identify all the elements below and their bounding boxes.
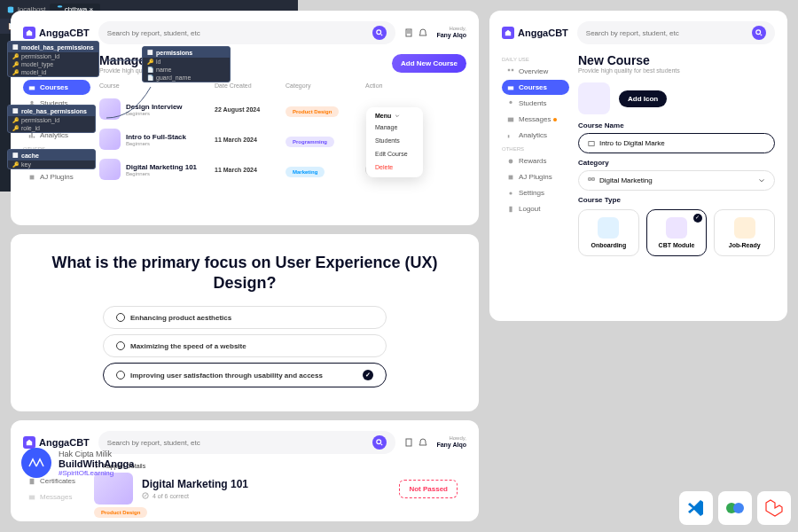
db-table[interactable]: ▦ cache 🔑key <box>7 149 96 169</box>
svg-rect-17 <box>589 141 594 145</box>
icon-preview <box>578 82 610 114</box>
svg-point-9 <box>756 30 761 35</box>
doc-icon[interactable] <box>404 28 413 37</box>
sidebar-item-messages[interactable]: Messages <box>502 112 569 127</box>
dropdown-item[interactable]: Students <box>366 134 423 147</box>
dropdown-item[interactable]: Edit Course <box>366 147 423 160</box>
menu-button[interactable]: Menu <box>366 111 423 121</box>
bell-icon[interactable] <box>419 438 427 447</box>
report-title: Digital Marketing 101 <box>142 478 248 490</box>
watermark: Hak Cipta Milik BuildWithAngga #SpiritOf… <box>21 448 134 478</box>
svg-rect-19 <box>592 177 594 179</box>
svg-rect-24 <box>29 495 35 499</box>
radio-icon <box>116 313 125 322</box>
search-button[interactable] <box>752 26 766 40</box>
user-menu[interactable]: Howdy, Fany Alqo <box>436 26 466 40</box>
svg-rect-18 <box>589 177 591 179</box>
svg-point-14 <box>509 159 513 163</box>
app-icon[interactable] <box>718 491 752 525</box>
sidebar: DAILY USE Overview Courses Students Mess… <box>502 53 569 256</box>
selected-check-icon <box>693 214 702 223</box>
db-table[interactable]: ▦ permissions 🔑id 📄name 📄guard_name <box>142 46 231 82</box>
svg-rect-23 <box>30 478 35 483</box>
doc-icon[interactable] <box>404 438 413 447</box>
bwa-logo-icon <box>21 448 51 478</box>
quiz-question: What is the primary focus on User Experi… <box>39 253 450 294</box>
svg-rect-11 <box>512 68 513 70</box>
sidebar-item-overview[interactable]: Overview <box>502 64 569 79</box>
sidebar-item-settings[interactable]: Settings <box>502 185 569 200</box>
svg-rect-21 <box>406 439 411 446</box>
page-title: New Course <box>578 53 775 67</box>
add-course-button[interactable]: Add New Course <box>392 54 466 73</box>
laravel-icon[interactable] <box>757 491 791 525</box>
svg-point-16 <box>509 192 512 194</box>
header-icons <box>404 28 427 37</box>
quiz-option[interactable]: Maximizing the speed of a website <box>103 334 387 357</box>
quiz-option-selected[interactable]: Improving user satisfaction through usab… <box>103 363 387 387</box>
svg-rect-10 <box>508 68 510 70</box>
field-label: Course Name <box>578 121 775 129</box>
vscode-icon[interactable] <box>679 491 713 525</box>
chevron-down-icon <box>758 177 765 184</box>
brand-logo[interactable]: AnggaCBT <box>23 436 90 449</box>
user-greeting: Howdy, <box>436 26 466 32</box>
svg-point-12 <box>509 100 512 103</box>
radio-icon <box>116 371 125 379</box>
server-icon <box>7 6 14 13</box>
type-cbt-module[interactable]: CBT Module <box>646 209 708 256</box>
dropdown-item[interactable]: Manage <box>366 121 423 134</box>
search-input[interactable] <box>107 439 368 447</box>
field-label: Category <box>578 159 775 167</box>
quiz-option[interactable]: Enhancing product aesthetics <box>103 306 387 329</box>
type-job-ready[interactable]: Job-Ready <box>714 209 775 256</box>
status-badge: Not Passed <box>399 480 458 498</box>
db-table[interactable]: ▦ role_has_permissions 🔑permission_id 🔑r… <box>7 105 96 133</box>
brand-logo[interactable]: AnggaCBT <box>502 27 568 39</box>
svg-point-26 <box>57 5 62 7</box>
new-course-panel: AnggaCBT DAILY USE Overview Courses Stud… <box>489 11 787 321</box>
action-dropdown: Menu Manage Students Edit Course Delete <box>366 107 423 177</box>
search-bar[interactable] <box>577 21 775 44</box>
app-dock <box>679 491 791 525</box>
search-button[interactable] <box>372 435 387 450</box>
search-input[interactable] <box>586 29 747 37</box>
search-bar[interactable] <box>98 431 396 454</box>
radio-icon <box>116 341 125 350</box>
sidebar-item-rewards[interactable]: Rewards <box>502 153 569 168</box>
category-select[interactable]: Digital Marketing <box>578 170 775 191</box>
sidebar-item-plugins[interactable]: AJ Plugins <box>502 169 569 184</box>
svg-rect-15 <box>509 175 513 179</box>
sidebar-item-students[interactable]: Students <box>502 96 569 111</box>
svg-point-28 <box>733 503 744 513</box>
dropdown-item-delete[interactable]: Delete <box>366 160 423 174</box>
svg-point-20 <box>377 440 381 444</box>
user-menu[interactable]: Howdy,Fany Alqo <box>436 435 466 450</box>
field-label: Course Type <box>578 196 775 204</box>
bell-icon[interactable] <box>419 28 427 37</box>
page-subtitle: Provide high quality for best students <box>578 67 775 74</box>
breadcrumb: / Rapport Details <box>94 463 466 469</box>
user-name: Fany Alqo <box>436 32 466 39</box>
sidebar-item[interactable]: Messages <box>23 489 85 505</box>
sidebar-item-courses[interactable]: Courses <box>502 80 569 95</box>
search-button[interactable] <box>372 26 387 40</box>
category-badge: Product Design <box>94 507 147 518</box>
add-icon-button[interactable]: Add Icon <box>619 90 667 107</box>
course-name-input[interactable]: Intro to Digital Marke <box>578 133 775 153</box>
svg-point-0 <box>377 30 381 35</box>
score-text: 4 of 6 correct <box>153 493 189 499</box>
check-icon <box>363 370 373 380</box>
svg-rect-13 <box>508 117 513 121</box>
sidebar-item-analytics[interactable]: Analytics <box>502 128 569 143</box>
type-onboarding[interactable]: Onboarding <box>578 209 639 256</box>
quiz-panel: What is the primary focus on User Experi… <box>11 234 479 411</box>
sidebar-item-logout[interactable]: Logout <box>502 201 569 216</box>
db-table[interactable]: ▦ model_has_permissions 🔑permission_id 🔑… <box>7 41 99 77</box>
